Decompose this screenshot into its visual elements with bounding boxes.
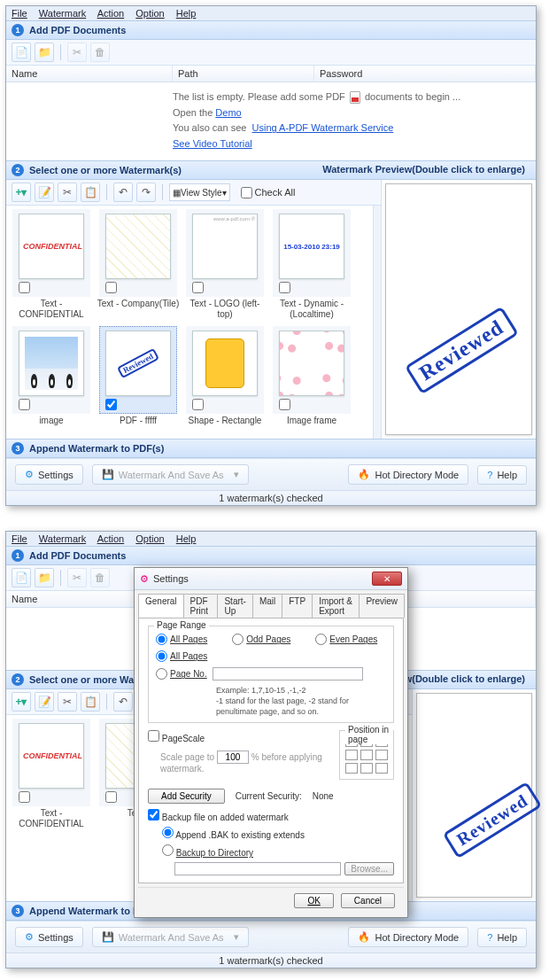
remove-button[interactable]: ✂ <box>67 568 87 587</box>
radio-even-pages[interactable]: Even Pages <box>315 634 377 645</box>
tab-preview[interactable]: Preview <box>359 594 405 618</box>
pos-mr[interactable] <box>375 750 388 760</box>
preview-box[interactable]: Reviewed <box>385 183 532 435</box>
menu-help[interactable]: Help <box>176 8 197 19</box>
video-tutorial-link[interactable]: See Video Tutorial <box>173 138 252 149</box>
thumb-confidential[interactable]: CONFIDENTIAL <box>12 209 90 297</box>
pos-bc[interactable] <box>360 763 373 774</box>
thumb-confidential[interactable]: CONFIDENTIAL <box>12 719 90 806</box>
checkall-checkbox[interactable] <box>241 187 252 198</box>
thumb-cb[interactable] <box>105 399 117 410</box>
menu-file[interactable]: File <box>12 533 27 544</box>
copy-wm-button[interactable]: 📋 <box>81 183 100 202</box>
add-folder-button[interactable]: 📁 <box>35 568 54 587</box>
settings-button[interactable]: ⚙Settings <box>15 464 83 485</box>
hot-directory-button[interactable]: 🔥Hot Directory Mode <box>348 464 468 485</box>
step-1-icon: 1 <box>12 549 24 562</box>
tab-pdfprint[interactable]: PDF Print <box>183 594 219 618</box>
thumb-image-frame[interactable] <box>273 326 351 414</box>
watermark-save-button[interactable]: 💾Watermark And Save As ▾ <box>92 927 249 947</box>
scale-input[interactable] <box>217 751 249 764</box>
dialog-title: Settings <box>153 573 189 584</box>
add-wm-button[interactable]: +▾ <box>12 183 31 202</box>
delete-wm-button[interactable]: ✂ <box>58 692 77 712</box>
thumb-image[interactable] <box>12 326 90 414</box>
pos-ml[interactable] <box>345 750 358 760</box>
thumb-cb[interactable] <box>192 399 204 410</box>
add-file-button[interactable]: 📄 <box>12 43 31 62</box>
browse-button[interactable]: Browse... <box>344 862 394 875</box>
col-name[interactable]: Name <box>6 66 173 82</box>
menu-option[interactable]: Option <box>135 533 164 544</box>
watermark-save-button[interactable]: 💾Watermark And Save As ▾ <box>92 464 249 485</box>
viewstyle-dropdown[interactable]: ▦ View Style ▾ <box>169 183 230 201</box>
pagescale-checkbox[interactable]: PageScale <box>148 734 205 743</box>
add-security-button[interactable]: Add Security <box>148 789 225 804</box>
cancel-button[interactable]: Cancel <box>341 893 395 908</box>
thumb-dynamic-localtime[interactable]: 15-03-2010 23:19 <box>273 209 351 297</box>
clear-button[interactable]: 🗑 <box>90 568 110 587</box>
edit-wm-button[interactable]: 📝 <box>35 692 54 712</box>
col-password[interactable]: Password <box>314 66 536 82</box>
menu-file[interactable]: File <box>12 8 27 19</box>
service-link[interactable]: Using A-PDF Watermark Service <box>252 122 394 133</box>
radio-append-bak[interactable]: Append .BAK to existing extends <box>162 830 305 840</box>
thumb-cb[interactable] <box>105 282 117 293</box>
menu-action[interactable]: Action <box>97 533 125 544</box>
backup-dir-input[interactable] <box>174 862 341 875</box>
tab-startup[interactable]: Start-Up <box>217 594 252 618</box>
pos-br[interactable] <box>375 763 388 774</box>
hotdir-icon: 🔥 <box>358 469 370 480</box>
tab-import-export[interactable]: Import & Export <box>312 594 360 618</box>
pos-bl[interactable] <box>345 763 358 774</box>
pos-mc[interactable] <box>360 750 373 760</box>
preview-box[interactable]: Reviewed <box>416 693 532 898</box>
radio-all-pages[interactable]: All Pages <box>156 634 207 645</box>
help-button[interactable]: ?Help <box>477 465 527 485</box>
thumb-cb[interactable] <box>19 282 30 293</box>
menu-watermark[interactable]: Watermark <box>39 533 86 544</box>
demo-link[interactable]: Demo <box>215 107 241 118</box>
close-button[interactable]: ✕ <box>372 572 402 586</box>
thumbs-scrollbar[interactable] <box>373 206 381 439</box>
thumb-cb[interactable] <box>192 282 204 293</box>
settings-button[interactable]: ⚙Settings <box>15 927 83 947</box>
thumb-logo-lefttop[interactable]: www.a-pdf.com ® <box>186 209 264 297</box>
tab-mail[interactable]: Mail <box>252 594 282 618</box>
radio-all-pages-2[interactable]: All Pages <box>156 650 207 662</box>
menu-watermark[interactable]: Watermark <box>39 8 86 19</box>
backup-checkbox[interactable]: Backup file on added watermark <box>148 813 289 822</box>
clear-button[interactable]: 🗑 <box>90 43 110 62</box>
add-folder-button[interactable]: 📁 <box>35 43 54 62</box>
help-button[interactable]: ?Help <box>477 928 527 947</box>
thumb-cb[interactable] <box>279 399 290 410</box>
menu-action[interactable]: Action <box>97 8 125 19</box>
ok-button[interactable]: OK <box>294 893 333 908</box>
thumb-pdf-fffff[interactable]: Reviewed <box>99 326 177 414</box>
redo-button[interactable]: ↷ <box>136 183 156 202</box>
undo-button[interactable]: ↶ <box>113 692 133 712</box>
checkall-wrap[interactable]: Check All <box>241 187 296 198</box>
thumb-shape-rectangle[interactable] <box>186 326 264 414</box>
col-path[interactable]: Path <box>173 66 314 82</box>
thumb-company-tile[interactable] <box>99 209 177 297</box>
tab-ftp[interactable]: FTP <box>282 594 313 618</box>
page-no-input[interactable] <box>213 667 363 681</box>
add-wm-button[interactable]: +▾ <box>12 692 31 712</box>
radio-backup-dir[interactable]: Backup to Directory <box>162 848 253 858</box>
radio-page-no[interactable]: Page No. <box>156 668 207 680</box>
undo-button[interactable]: ↶ <box>113 183 133 202</box>
menu-option[interactable]: Option <box>135 8 164 19</box>
edit-wm-button[interactable]: 📝 <box>35 183 54 202</box>
add-file-button[interactable]: 📄 <box>12 568 31 587</box>
radio-odd-pages[interactable]: Odd Pages <box>232 634 290 645</box>
thumb-cb[interactable] <box>19 399 30 410</box>
copy-wm-button[interactable]: 📋 <box>81 692 100 712</box>
remove-button[interactable]: ✂ <box>67 43 87 62</box>
delete-wm-button[interactable]: ✂ <box>58 183 77 202</box>
menu-help[interactable]: Help <box>176 533 197 544</box>
thumb-cb[interactable] <box>279 282 290 293</box>
section-add-docs: 1 Add PDF Documents <box>6 546 536 565</box>
tab-general[interactable]: General <box>138 594 184 618</box>
hot-directory-button[interactable]: 🔥Hot Directory Mode <box>348 927 468 947</box>
